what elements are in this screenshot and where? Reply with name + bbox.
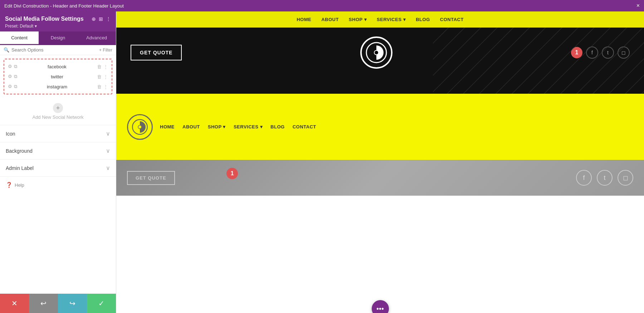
get-quote-button[interactable]: GET QUOTE <box>131 45 182 60</box>
trash-icon[interactable]: 🗑 <box>97 84 102 89</box>
top-bar: Edit Divi Construction - Header and Foot… <box>0 0 644 11</box>
gear-icon[interactable]: ⚙ <box>8 64 12 69</box>
tab-content[interactable]: Content <box>0 31 39 45</box>
panel-title: Social Media Follow Settings <box>5 16 84 22</box>
cancel-button[interactable]: ✕ <box>0 294 29 313</box>
nav-item-blog[interactable]: BLOG <box>416 17 430 22</box>
nav-item-services[interactable]: SERVICES ▾ <box>377 17 406 22</box>
nav-item-about[interactable]: ABOUT <box>321 17 339 22</box>
instagram-icon-gray[interactable]: ◻ <box>618 170 633 186</box>
icon-section[interactable]: Icon ∨ <box>0 125 116 142</box>
bottom-toolbar: ✕ ↩ ↪ ✓ <box>0 294 116 313</box>
preset-dropdown[interactable]: Preset: Default ▾ <box>5 24 111 29</box>
social-icons-group: 1 f t ◻ <box>571 47 630 59</box>
facebook-icon-gray[interactable]: f <box>576 170 592 186</box>
preview-header-gray: GET QUOTE f t ◻ <box>116 160 644 196</box>
admin-label-section-label: Admin Label <box>6 165 34 171</box>
save-button[interactable]: ✓ <box>87 294 116 313</box>
gray-social-icons: f t ◻ <box>576 170 633 186</box>
chevron-down-icon: ∨ <box>106 130 110 137</box>
list-item[interactable]: ⚙ ⧉ facebook 🗑 ⋮ <box>4 62 112 72</box>
layout-icon[interactable]: ⊞ <box>99 16 103 22</box>
add-network-label: Add New Social Network <box>32 114 83 120</box>
nav2-services[interactable]: SERVICES ▾ <box>234 124 263 129</box>
top-bar-title: Edit Divi Construction - Header and Foot… <box>4 3 124 9</box>
chevron-down-icon: ∨ <box>106 165 110 171</box>
more-options-icon[interactable]: ⋮ <box>103 74 108 79</box>
trash-icon[interactable]: 🗑 <box>97 64 102 69</box>
preview-header-dark: GET QUOTE 1 f t ◻ <box>116 28 644 94</box>
nav-top: HOME ABOUT SHOP ▾ SERVICES ▾ BLOG CONTAC… <box>116 11 644 28</box>
nav2-shop[interactable]: SHOP ▾ <box>208 124 226 129</box>
background-section[interactable]: Background ∨ <box>0 142 116 159</box>
nav2-blog[interactable]: BLOG <box>270 124 285 129</box>
trash-icon[interactable]: 🗑 <box>97 74 102 79</box>
preset-label: Preset: Default <box>5 24 33 29</box>
logo-2 <box>127 114 153 140</box>
close-button[interactable]: × <box>636 3 640 9</box>
social-list-box: ⚙ ⧉ facebook 🗑 ⋮ ⚙ ⧉ twitter <box>4 59 112 94</box>
more-options-icon[interactable]: ⋮ <box>103 64 108 69</box>
icon-section-label: Icon <box>6 131 15 137</box>
list-item[interactable]: ⚙ ⧉ instagram 🗑 ⋮ <box>4 82 112 92</box>
badge: 1 <box>571 47 582 58</box>
get-quote-button-2[interactable]: GET QUOTE <box>127 171 175 185</box>
panel-tabs: Content Design Advanced <box>0 31 116 45</box>
nav2-home[interactable]: HOME <box>160 124 175 129</box>
search-input[interactable] <box>11 47 97 53</box>
nav2-about[interactable]: ABOUT <box>182 124 200 129</box>
logo <box>360 36 392 69</box>
tab-design[interactable]: Design <box>39 31 77 45</box>
list-item[interactable]: ⚙ ⧉ twitter 🗑 ⋮ <box>4 72 112 82</box>
gear-icon[interactable]: ⚙ <box>8 84 12 89</box>
search-icon: 🔍 <box>4 47 9 53</box>
nav-item-contact[interactable]: CONTACT <box>440 17 464 22</box>
instagram-icon[interactable]: ◻ <box>618 47 630 59</box>
nav2-contact[interactable]: CONTACT <box>293 124 316 129</box>
dots-icon: ••• <box>376 305 384 313</box>
social-item-name: facebook <box>20 64 94 69</box>
preset-arrow-icon: ▾ <box>35 24 37 29</box>
social-list-container: ⚙ ⧉ facebook 🗑 ⋮ ⚙ ⧉ twitter <box>0 55 116 98</box>
preview-header-yellow: HOME ABOUT SHOP ▾ SERVICES ▾ BLOG CONTAC… <box>116 94 644 160</box>
settings-icon[interactable]: ⊕ <box>92 16 96 22</box>
left-panel: Social Media Follow Settings ⊕ ⊞ ⋮ Prese… <box>0 11 116 313</box>
gear-icon[interactable]: ⚙ <box>8 74 12 79</box>
help-label: Help <box>15 182 24 188</box>
copy-icon[interactable]: ⧉ <box>14 74 17 79</box>
copy-icon[interactable]: ⧉ <box>14 64 17 69</box>
facebook-icon[interactable]: f <box>586 47 598 59</box>
search-bar: 🔍 + Filter <box>0 45 116 55</box>
svg-point-3 <box>138 125 142 129</box>
panel-header: Social Media Follow Settings ⊕ ⊞ ⋮ Prese… <box>0 11 116 31</box>
more-icon[interactable]: ⋮ <box>106 16 111 22</box>
chevron-down-icon: ∨ <box>106 147 110 154</box>
redo-button[interactable]: ↪ <box>58 294 87 313</box>
copy-icon[interactable]: ⧉ <box>14 84 17 89</box>
add-circle-icon: + <box>53 103 63 113</box>
filter-button[interactable]: + Filter <box>99 48 112 53</box>
social-item-name: twitter <box>20 74 94 79</box>
nav-yellow: HOME ABOUT SHOP ▾ SERVICES ▾ BLOG CONTAC… <box>160 124 633 129</box>
white-space: ••• <box>116 196 644 313</box>
help-icon: ❓ <box>6 182 13 188</box>
help-section[interactable]: ❓ Help <box>0 176 116 193</box>
nav-item-home[interactable]: HOME <box>297 17 311 22</box>
more-options-icon[interactable]: ⋮ <box>103 84 108 89</box>
admin-label-section[interactable]: Admin Label ∨ <box>0 159 116 176</box>
social-item-name: instagram <box>20 84 94 89</box>
tab-advanced[interactable]: Advanced <box>77 31 116 45</box>
badge-yellow: 1 <box>226 168 238 179</box>
preview-area: HOME ABOUT SHOP ▾ SERVICES ▾ BLOG CONTAC… <box>116 11 644 313</box>
add-network-button[interactable]: + Add New Social Network <box>0 98 116 125</box>
background-section-label: Background <box>6 148 33 154</box>
nav-item-shop[interactable]: SHOP ▾ <box>349 17 367 22</box>
undo-button[interactable]: ↩ <box>29 294 58 313</box>
svg-point-1 <box>374 50 379 55</box>
twitter-icon[interactable]: t <box>602 47 614 59</box>
twitter-icon-gray[interactable]: t <box>597 170 613 186</box>
floating-menu-button[interactable]: ••• <box>372 300 389 313</box>
